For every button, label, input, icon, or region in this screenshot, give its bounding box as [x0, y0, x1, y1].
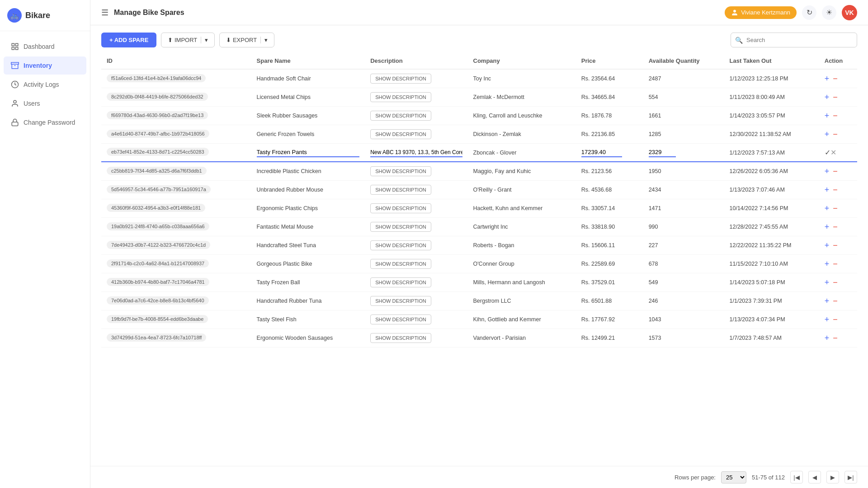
add-action-button[interactable]: +	[825, 278, 830, 287]
export-button[interactable]: ⬇ EXPORT ▾	[219, 33, 274, 47]
spare-name-input[interactable]	[257, 148, 360, 157]
remove-action-button[interactable]: −	[833, 296, 838, 306]
add-action-button[interactable]: +	[825, 74, 830, 84]
action-cell: +−	[819, 199, 857, 218]
import-button[interactable]: ⬆ IMPORT ▾	[161, 33, 215, 47]
add-spare-button[interactable]: + ADD SPARE	[101, 33, 156, 47]
show-description-button[interactable]: SHOW DESCRIPTION	[370, 92, 431, 102]
company: Hackett, Kuhn and Kemmer	[468, 199, 576, 218]
company: Kihn, Gottlieb and Kemmer	[468, 310, 576, 329]
next-page-icon: ▶	[830, 474, 835, 481]
remove-action-button[interactable]: −	[833, 185, 838, 195]
first-page-button[interactable]: |◀	[790, 471, 803, 483]
remove-action-button[interactable]: −	[833, 222, 838, 232]
show-description-button[interactable]: SHOW DESCRIPTION	[370, 203, 431, 213]
remove-action-button[interactable]: −	[833, 333, 838, 343]
available-quantity: 246	[643, 292, 724, 310]
svg-rect-3	[16, 47, 18, 50]
svg-point-9	[733, 10, 736, 12]
add-action-button[interactable]: +	[825, 315, 830, 324]
col-id: ID	[101, 53, 251, 69]
description-input[interactable]	[370, 148, 462, 157]
sidebar-item-inventory[interactable]: Inventory	[4, 56, 86, 75]
add-action-button[interactable]: +	[825, 93, 830, 102]
svg-rect-2	[12, 47, 14, 50]
price: Rs. 15606.11	[576, 236, 643, 255]
show-description-button[interactable]: SHOW DESCRIPTION	[370, 166, 431, 176]
remove-action-button[interactable]: −	[833, 111, 838, 121]
table-row: a4e61d40-8747-49b7-afbc-1b972b418056Gene…	[101, 125, 857, 144]
show-description-button[interactable]: SHOW DESCRIPTION	[370, 333, 431, 343]
confirm-edit-button[interactable]: ✓	[825, 148, 830, 157]
spare-name: Unbranded Rubber Mouse	[251, 181, 365, 199]
user-chip[interactable]: Viviane Kertzmann	[725, 6, 797, 19]
sidebar-item-label: Inventory	[24, 62, 52, 69]
rows-per-page-select[interactable]: 25 50 100	[721, 471, 746, 483]
show-description-button[interactable]: SHOW DESCRIPTION	[370, 259, 431, 269]
show-description-button[interactable]: SHOW DESCRIPTION	[370, 277, 431, 287]
add-action-button[interactable]: +	[825, 130, 830, 139]
action-cell: +−	[819, 236, 857, 255]
show-description-button[interactable]: SHOW DESCRIPTION	[370, 74, 431, 84]
last-page-icon: ▶|	[848, 474, 854, 481]
remove-action-button[interactable]: −	[833, 278, 838, 287]
available-quantity: 2487	[643, 69, 724, 88]
id-badge: eb73ef41-852e-4133-8d71-c2254cc50283	[107, 148, 209, 156]
theme-button[interactable]: ☀	[822, 5, 836, 20]
price: Rs. 23564.64	[576, 69, 643, 88]
show-description-button[interactable]: SHOW DESCRIPTION	[370, 111, 431, 121]
last-page-button[interactable]: ▶|	[844, 471, 857, 483]
sidebar-item-users[interactable]: Users	[4, 94, 86, 113]
show-description-button[interactable]: SHOW DESCRIPTION	[370, 129, 431, 139]
logo-text: Bikare	[25, 11, 50, 20]
remove-action-button[interactable]: −	[833, 204, 838, 213]
add-action-button[interactable]: +	[825, 185, 830, 195]
remove-action-button[interactable]: −	[833, 167, 838, 176]
table-row: 412b360b-b974-4b80-baf7-7c17046a4781Tast…	[101, 273, 857, 292]
add-action-button[interactable]: +	[825, 111, 830, 121]
available-quantity: 1950	[643, 162, 724, 181]
remove-action-button[interactable]: −	[833, 93, 838, 102]
refresh-button[interactable]: ↻	[802, 5, 816, 20]
add-action-button[interactable]: +	[825, 296, 830, 306]
available-quantity: 678	[643, 255, 724, 273]
spare-name: Handcrafted Rubber Tuna	[251, 292, 365, 310]
sidebar-item-dashboard[interactable]: Dashboard	[4, 38, 86, 56]
add-action-button[interactable]: +	[825, 204, 830, 213]
add-action-button[interactable]: +	[825, 259, 830, 269]
prev-page-icon: ◀	[812, 474, 817, 481]
quantity-input[interactable]	[649, 148, 676, 157]
remove-action-button[interactable]: −	[833, 259, 838, 269]
add-action-button[interactable]: +	[825, 167, 830, 176]
available-quantity: 1661	[643, 107, 724, 125]
price-input[interactable]	[581, 148, 622, 157]
show-description-button[interactable]: SHOW DESCRIPTION	[370, 185, 431, 195]
remove-action-button[interactable]: −	[833, 74, 838, 84]
add-action-button[interactable]: +	[825, 333, 830, 343]
next-page-button[interactable]: ▶	[826, 471, 839, 483]
remove-action-button[interactable]: −	[833, 130, 838, 139]
company: O'Conner Group	[468, 255, 576, 273]
spare-name: Handmade Soft Chair	[251, 69, 365, 88]
add-action-button[interactable]: +	[825, 241, 830, 250]
show-description-button[interactable]: SHOW DESCRIPTION	[370, 314, 431, 324]
add-action-button[interactable]: +	[825, 222, 830, 232]
pagination: Rows per page: 25 50 100 51-75 of 112 |◀…	[90, 466, 868, 488]
sidebar-item-activity-logs[interactable]: Activity Logs	[4, 75, 86, 94]
action-cell: +−	[819, 162, 857, 181]
sidebar-item-change-password[interactable]: Change Password	[4, 113, 86, 131]
search-input[interactable]	[731, 33, 857, 47]
cancel-edit-button[interactable]: ✕	[830, 148, 836, 157]
hamburger-menu[interactable]: ☰	[101, 8, 108, 18]
show-description-button[interactable]: SHOW DESCRIPTION	[370, 240, 431, 250]
remove-action-button[interactable]: −	[833, 241, 838, 250]
remove-action-button[interactable]: −	[833, 315, 838, 324]
show-description-button[interactable]: SHOW DESCRIPTION	[370, 296, 431, 306]
avatar-button[interactable]: VK	[842, 5, 857, 20]
action-cell: +−	[819, 273, 857, 292]
user-name: Viviane Kertzmann	[741, 9, 790, 16]
prev-page-button[interactable]: ◀	[808, 471, 821, 483]
col-action: Action	[819, 53, 857, 69]
table-row: 19a0b921-24f8-4740-a65b-c038aaa656a6Fant…	[101, 218, 857, 236]
show-description-button[interactable]: SHOW DESCRIPTION	[370, 222, 431, 232]
